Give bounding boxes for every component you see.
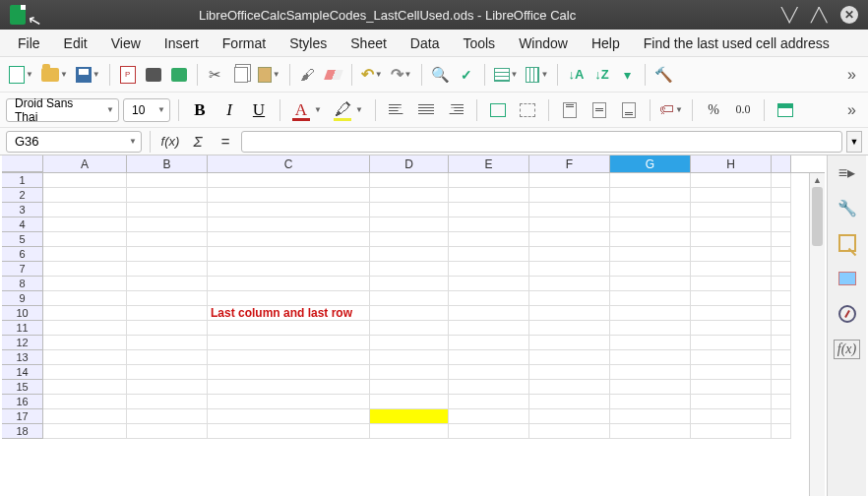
cell-B14[interactable] xyxy=(127,365,208,380)
cell-A11[interactable] xyxy=(43,321,127,336)
row-header-17[interactable]: 17 xyxy=(2,409,43,424)
cell-G6[interactable] xyxy=(610,247,691,262)
cell-D7[interactable] xyxy=(370,262,449,277)
cell-E6[interactable] xyxy=(449,247,529,262)
align-top-button[interactable] xyxy=(557,97,583,123)
cell-F2[interactable] xyxy=(529,188,610,203)
cell-E11[interactable] xyxy=(449,321,529,336)
cell-D9[interactable] xyxy=(370,291,449,306)
cell-I12[interactable] xyxy=(772,336,791,350)
cell-B16[interactable] xyxy=(127,395,208,409)
menu-window[interactable]: Window xyxy=(509,31,578,55)
cell-F16[interactable] xyxy=(529,395,610,409)
cell-I4[interactable] xyxy=(772,217,791,232)
menu-data[interactable]: Data xyxy=(401,31,450,55)
sidebar-styles-button[interactable] xyxy=(835,230,860,256)
cell-G14[interactable] xyxy=(610,365,691,380)
number-format-button[interactable]: 0.0 xyxy=(730,97,756,123)
cell-D1[interactable] xyxy=(370,173,449,188)
formula-button[interactable]: = xyxy=(214,131,237,153)
cell-A6[interactable] xyxy=(43,247,127,262)
cell-E7[interactable] xyxy=(449,262,529,277)
cell-B8[interactable] xyxy=(127,277,208,291)
sum-button[interactable]: Σ xyxy=(186,131,210,153)
cell-D8[interactable] xyxy=(370,277,449,291)
cell-D16[interactable] xyxy=(370,395,449,409)
cell-B13[interactable] xyxy=(127,350,208,365)
cell-I5[interactable] xyxy=(772,232,791,247)
underline-button[interactable]: U xyxy=(246,97,272,123)
cell-G15[interactable] xyxy=(610,380,691,395)
row-header-12[interactable]: 12 xyxy=(2,336,43,350)
menu-edit[interactable]: Edit xyxy=(54,31,97,55)
col-header-H[interactable]: H xyxy=(691,155,772,172)
format-toolbar-overflow-button[interactable]: » xyxy=(841,101,862,119)
minimize-button[interactable]: ╲╱ xyxy=(781,7,797,23)
wrap-text-button[interactable] xyxy=(485,97,511,123)
cell-H5[interactable] xyxy=(691,232,772,247)
cell-H15[interactable] xyxy=(691,380,772,395)
vertical-scrollbar[interactable]: ▲ xyxy=(809,173,825,496)
cell-grid[interactable]: A B C D E F G H 12345678910Last column a… xyxy=(2,155,825,496)
cell-B12[interactable] xyxy=(127,336,208,350)
col-header-F[interactable]: F xyxy=(529,155,610,172)
cell-F5[interactable] xyxy=(529,232,610,247)
cell-I8[interactable] xyxy=(772,277,791,291)
cell-B17[interactable] xyxy=(127,409,208,424)
cell-H9[interactable] xyxy=(691,291,772,306)
name-box[interactable]: G36▼ xyxy=(6,131,142,153)
cell-G16[interactable] xyxy=(610,395,691,409)
cell-B3[interactable] xyxy=(127,203,208,217)
cell-C15[interactable] xyxy=(208,380,370,395)
open-button[interactable]: ▼ xyxy=(38,62,71,88)
cell-F11[interactable] xyxy=(529,321,610,336)
cell-H13[interactable] xyxy=(691,350,772,365)
cell-I3[interactable] xyxy=(772,203,791,217)
cell-I15[interactable] xyxy=(772,380,791,395)
formula-input[interactable] xyxy=(241,131,842,153)
cell-H12[interactable] xyxy=(691,336,772,350)
cell-G1[interactable] xyxy=(610,173,691,188)
insert-col-button[interactable]: ▼ xyxy=(523,62,551,88)
cell-A12[interactable] xyxy=(43,336,127,350)
cell-E5[interactable] xyxy=(449,232,529,247)
cell-I10[interactable] xyxy=(772,306,791,321)
autofilter-button[interactable]: ▾ xyxy=(615,62,639,88)
row-header-8[interactable]: 8 xyxy=(2,277,43,291)
save-button[interactable]: ▼ xyxy=(73,62,103,88)
menu-styles[interactable]: Styles xyxy=(279,31,337,55)
bold-button[interactable]: B xyxy=(187,97,213,123)
align-left-button[interactable] xyxy=(384,97,409,123)
cell-B10[interactable] xyxy=(127,306,208,321)
cell-C1[interactable] xyxy=(208,173,370,188)
highlight-color-button[interactable]: 🖍▼ xyxy=(330,97,355,123)
cell-A3[interactable] xyxy=(43,203,127,217)
cell-C18[interactable] xyxy=(208,424,370,439)
cell-F8[interactable] xyxy=(529,277,610,291)
row-header-1[interactable]: 1 xyxy=(2,173,43,188)
align-right-button[interactable] xyxy=(443,97,468,123)
cell-F1[interactable] xyxy=(529,173,610,188)
cell-D11[interactable] xyxy=(370,321,449,336)
paste-button[interactable]: ▼ xyxy=(255,62,283,88)
conditional-format-button[interactable]: 🏷▼ xyxy=(658,97,684,123)
row-header-9[interactable]: 9 xyxy=(2,291,43,306)
cell-A1[interactable] xyxy=(43,173,127,188)
col-header-I[interactable] xyxy=(772,155,791,172)
sidebar-navigator-button[interactable] xyxy=(835,301,860,327)
cell-D12[interactable] xyxy=(370,336,449,350)
cell-B5[interactable] xyxy=(127,232,208,247)
cell-G7[interactable] xyxy=(610,262,691,277)
row-header-10[interactable]: 10 xyxy=(2,306,43,321)
cell-I11[interactable] xyxy=(772,321,791,336)
find-button[interactable]: 🔍 xyxy=(428,62,453,88)
cell-I13[interactable] xyxy=(772,350,791,365)
cell-B6[interactable] xyxy=(127,247,208,262)
cell-H2[interactable] xyxy=(691,188,772,203)
cell-H7[interactable] xyxy=(691,262,772,277)
cell-C6[interactable] xyxy=(208,247,370,262)
cell-F3[interactable] xyxy=(529,203,610,217)
cell-C2[interactable] xyxy=(208,188,370,203)
cell-I2[interactable] xyxy=(772,188,791,203)
cell-H16[interactable] xyxy=(691,395,772,409)
